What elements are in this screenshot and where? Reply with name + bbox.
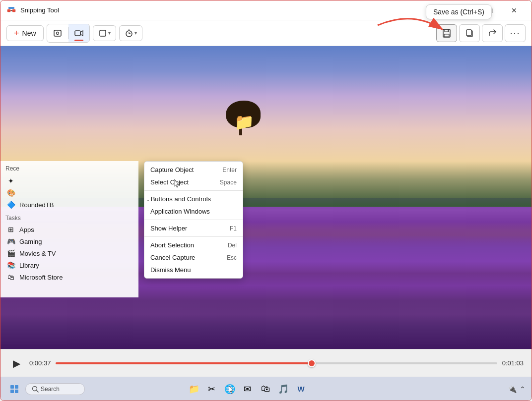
capture-mode-group xyxy=(47,24,90,43)
ctx-cancel-shortcut: Esc xyxy=(227,254,237,261)
ctx-show-helper[interactable]: Show Helper F1 xyxy=(144,222,243,234)
folder-icon: 📁 xyxy=(234,113,254,131)
task-library[interactable]: 📚 Library xyxy=(5,259,133,271)
apps-label: Apps xyxy=(19,226,34,233)
task-gaming[interactable]: 🎮 Gaming xyxy=(5,235,133,247)
side-item-1[interactable]: ✦ xyxy=(5,175,133,187)
gaming-icon: 🎮 xyxy=(6,237,15,245)
content-area: 📁 Rece ✦ 🎨 🔷 RoundedTB Tasks ⊞ xyxy=(0,46,532,377)
timer-dropdown[interactable]: ▾ xyxy=(119,25,142,41)
ctx-capture-shortcut: Enter xyxy=(222,167,237,173)
ctx-sep-1 xyxy=(144,190,243,191)
screenshot-mode-button[interactable] xyxy=(47,24,68,42)
ctx-select-shortcut: Space xyxy=(220,179,237,186)
ctx-abort-selection[interactable]: Abort Selection Del xyxy=(144,239,243,251)
ctx-abort-shortcut: Del xyxy=(228,242,237,249)
taskbar-mail-icon[interactable]: ✉ xyxy=(240,381,256,397)
side-item-roundedtb[interactable]: 🔷 RoundedTB xyxy=(5,199,133,211)
ctx-select-object[interactable]: Select Object Space xyxy=(144,176,243,188)
video-mode-button[interactable] xyxy=(68,24,89,42)
side-item-2[interactable]: 🎨 xyxy=(5,187,133,199)
more-button[interactable]: ··· xyxy=(505,24,526,42)
svg-marker-28 xyxy=(229,386,233,394)
search-text: Search xyxy=(41,386,60,393)
taskbar-store2-icon[interactable]: 🛍 xyxy=(258,381,273,397)
ctx-helper-label: Show Helper xyxy=(150,225,187,232)
library-icon: 📚 xyxy=(6,261,15,269)
ctx-app-windows[interactable]: Application Windows xyxy=(144,205,243,218)
svg-rect-22 xyxy=(10,385,14,389)
video-controls: ▶ 0:00:37 0:01:03 xyxy=(0,349,532,377)
current-time: 0:00:37 xyxy=(29,359,51,367)
taskbar-center-icons: 📁 ✂ 🌐 ✉ 🛍 🎵 W xyxy=(186,381,309,397)
task-apps[interactable]: ⊞ Apps xyxy=(5,224,133,235)
ctx-capture-object[interactable]: Capture Object Enter xyxy=(144,164,243,176)
taskbar-right-area: 🔌 ⌃ xyxy=(508,385,526,393)
ctx-appwin-label: Application Windows xyxy=(150,208,210,215)
ctx-abort-label: Abort Selection xyxy=(150,241,194,249)
svg-rect-19 xyxy=(466,30,471,36)
taskbar-word-icon[interactable]: W xyxy=(293,381,309,397)
svg-rect-25 xyxy=(15,390,18,393)
svg-rect-4 xyxy=(8,7,14,9)
ctx-cancel-capture[interactable]: Cancel Capture Esc xyxy=(144,251,243,264)
progress-bar[interactable] xyxy=(56,362,497,364)
svg-rect-5 xyxy=(54,30,61,36)
movies-label: Movies & TV xyxy=(19,250,56,257)
svg-rect-1 xyxy=(12,9,15,12)
taskbar-music-icon[interactable]: 🎵 xyxy=(275,381,291,397)
canvas-area: 📁 Rece ✦ 🎨 🔷 RoundedTB Tasks ⊞ xyxy=(0,46,532,349)
copy-button[interactable] xyxy=(459,24,480,42)
side-panel: Rece ✦ 🎨 🔷 RoundedTB Tasks ⊞ Apps 🎮 xyxy=(0,161,138,297)
svg-point-6 xyxy=(56,32,59,34)
taskbar-search[interactable]: Search xyxy=(25,383,85,395)
task-store[interactable]: 🛍 Microsoft Store xyxy=(5,271,133,283)
task-movies[interactable]: 🎬 Movies & TV xyxy=(5,247,133,259)
start-button[interactable] xyxy=(6,381,22,397)
rounded-tb-label: RoundedTB xyxy=(19,201,54,209)
apps-icon: ⊞ xyxy=(6,226,15,233)
ctx-dismiss-label: Dismiss Menu xyxy=(150,266,191,274)
share-button[interactable] xyxy=(482,24,503,42)
ctx-sep-2 xyxy=(144,220,243,220)
svg-rect-9 xyxy=(100,30,106,36)
tasks-header: Tasks xyxy=(5,215,133,222)
svg-point-3 xyxy=(11,10,12,11)
svg-rect-7 xyxy=(75,31,80,36)
library-label: Library xyxy=(19,262,39,269)
ctx-select-label: Select Object xyxy=(150,178,189,186)
ctx-helper-shortcut: F1 xyxy=(230,225,237,232)
plus-icon: + xyxy=(14,29,19,38)
recent-header: Rece xyxy=(5,165,133,172)
taskbar-cursor xyxy=(229,386,235,395)
active-indicator xyxy=(74,40,83,41)
svg-rect-0 xyxy=(7,9,10,12)
red-arrow-annotation xyxy=(373,15,452,47)
ctx-capture-label: Capture Object xyxy=(150,166,194,173)
app-icon xyxy=(6,5,16,15)
more-dots: ··· xyxy=(510,29,520,38)
side-item-icon-2: 🎨 xyxy=(6,189,15,197)
play-button[interactable]: ▶ xyxy=(8,355,24,371)
end-time: 0:01:03 xyxy=(502,359,524,367)
new-button[interactable]: + New xyxy=(6,25,44,41)
svg-rect-23 xyxy=(15,385,18,389)
ctx-cancel-label: Cancel Capture xyxy=(150,254,195,261)
store-icon: 🛍 xyxy=(6,273,15,281)
movies-icon: 🎬 xyxy=(6,249,15,257)
shape-chevron: ▾ xyxy=(108,30,111,36)
close-button[interactable]: ✕ xyxy=(503,2,526,18)
taskbar: Search 📁 ✂ 🌐 ✉ 🛍 🎵 W 🔌 ⌃ xyxy=(0,377,532,401)
progress-thumb[interactable] xyxy=(308,359,316,367)
timer-chevron: ▾ xyxy=(134,30,137,36)
taskbar-files-icon[interactable]: 📁 xyxy=(186,381,202,397)
ctx-sep-3 xyxy=(144,236,243,237)
ctx-dismiss-menu[interactable]: Dismiss Menu xyxy=(144,264,243,276)
gaming-label: Gaming xyxy=(19,238,42,245)
taskbar-snipping-icon[interactable]: ✂ xyxy=(204,381,220,397)
ctx-bullet: •Buttons and Controls xyxy=(147,195,211,203)
app-title: Snipping Tool xyxy=(20,6,59,14)
ctx-buttons-controls[interactable]: •Buttons and Controls xyxy=(144,193,243,205)
taskbar-arrow-icon[interactable]: ⌃ xyxy=(520,385,526,393)
shape-dropdown[interactable]: ▾ xyxy=(93,25,116,41)
